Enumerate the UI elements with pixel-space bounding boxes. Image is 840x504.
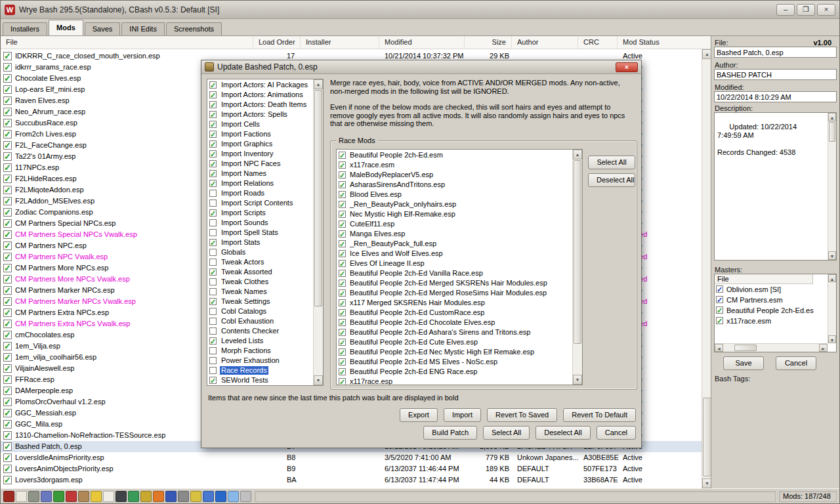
mod-active-checkbox[interactable] [3,465,12,473]
race-mod-checkbox[interactable] [339,348,346,356]
mod-active-checkbox[interactable] [3,264,12,272]
patcher-option-checkbox[interactable] [209,259,217,266]
master-checkbox[interactable] [716,285,723,293]
race-mod-checkbox[interactable] [339,358,346,366]
mod-active-checkbox[interactable] [3,119,12,127]
master-row[interactable]: Oblivion.esm [SI] [715,284,836,295]
patcher-option-row[interactable]: Import NPC Faces [207,159,313,169]
patcher-option-checkbox[interactable] [209,288,217,295]
mod-active-checkbox[interactable] [3,387,12,395]
race-mod-row[interactable]: Beautiful People 2ch-Ed Vanilla Race.esp [337,268,572,278]
race-mod-row[interactable]: Beautiful People 2ch-Ed CustomRace.esp [337,308,572,318]
mod-active-checkbox[interactable] [3,63,12,72]
mod-active-checkbox[interactable] [3,297,12,306]
modified-field[interactable] [714,91,837,102]
column-header-installer[interactable]: Installer [301,36,379,49]
race-mod-checkbox[interactable] [339,309,346,316]
mod-active-checkbox[interactable] [3,353,12,362]
race-mod-row[interactable]: x117race.esp [337,377,572,385]
patcher-option-checkbox[interactable] [209,377,217,384]
minimize-button[interactable]: – [776,4,795,16]
maximize-button[interactable]: ❐ [797,4,815,16]
patcher-option-row[interactable]: Contents Checker [207,326,313,336]
statusbar-app-icon[interactable] [203,491,214,502]
mod-active-checkbox[interactable] [3,308,12,317]
cancel-button[interactable]: Cancel [776,356,816,370]
column-header-crc[interactable]: CRC [578,36,618,49]
tab[interactable]: Saves [85,22,121,35]
statusbar-app-icon[interactable] [16,491,27,502]
patcher-option-row[interactable]: Cobl Catalogs [207,306,313,316]
statusbar-app-icon[interactable] [228,491,239,502]
scroll-down-icon[interactable]: ▼ [828,251,836,260]
mod-active-checkbox[interactable] [3,197,12,205]
patcher-option-row[interactable]: Import Script Contents [207,198,313,208]
mod-active-checkbox[interactable] [3,219,12,228]
patcher-option-checkbox[interactable] [209,121,217,128]
statusbar-app-icon[interactable] [3,491,14,502]
patcher-option-row[interactable]: Tweak Settings [207,297,313,306]
patcher-option-row[interactable]: Import Actors: Animations [207,90,313,100]
mod-active-checkbox[interactable] [3,375,12,384]
master-row[interactable]: x117race.esm [715,316,836,326]
mod-active-checkbox[interactable] [3,453,12,462]
race-mod-checkbox[interactable] [339,280,346,287]
mod-active-checkbox[interactable] [3,108,12,116]
race-mod-row[interactable]: Beautiful People 2ch-Ed Chocolate Elves.… [337,318,572,327]
patcher-option-checkbox[interactable] [209,140,217,148]
race-mod-row[interactable]: Beautiful People 2ch-Ed Merged RoseSims … [337,288,572,298]
race-mod-checkbox[interactable] [339,270,346,277]
race-mod-checkbox[interactable] [339,161,346,169]
patcher-option-row[interactable]: Tweak Names [207,287,313,297]
scroll-left-icon[interactable]: ◄ [715,344,723,352]
race-mod-checkbox[interactable] [339,260,346,267]
race-mod-row[interactable]: Beautiful People 2ch-Ed ENG Race.esp [337,367,572,377]
patcher-option-checkbox[interactable] [209,347,217,354]
race-mod-checkbox[interactable] [339,299,346,306]
patcher-option-checkbox[interactable] [209,81,217,89]
scrollbar-thumb[interactable] [314,90,322,306]
mod-active-checkbox[interactable] [3,342,12,350]
patcher-option-row[interactable]: Import Actors: AI Packages [207,80,313,90]
mod-active-checkbox[interactable] [3,242,12,250]
mod-active-checkbox[interactable] [3,442,12,451]
dialog-button[interactable]: Deselect All [536,426,590,440]
race-mod-row[interactable]: Ice Elves and Wolf Elves.esp [337,249,572,259]
tab[interactable]: Installers [3,22,47,35]
save-button[interactable]: Save [723,356,764,370]
mod-active-checkbox[interactable] [3,275,12,284]
scroll-up-icon[interactable]: ▲ [828,274,836,282]
patcher-option-row[interactable]: Morph Factions [207,346,313,356]
mod-active-checkbox[interactable] [3,364,12,373]
close-button[interactable]: × [817,4,835,16]
table-row[interactable]: Lovers3dorgasm.esp BA 6/13/2037 11:47:44… [1,474,702,486]
mod-active-checkbox[interactable] [3,96,12,105]
statusbar-app-icon[interactable] [153,491,164,502]
patcher-option-checkbox[interactable] [209,190,217,197]
patcher-option-checkbox[interactable] [209,111,217,118]
options-scrollbar[interactable]: ▲ ▼ [313,79,323,385]
tab[interactable]: INI Edits [121,22,165,35]
patcher-option-checkbox[interactable] [209,239,217,246]
mod-active-checkbox[interactable] [3,230,12,239]
table-row[interactable]: LoversAnimObjectsPriority.esp B9 6/13/20… [1,463,702,474]
race-mod-row[interactable]: Beautiful People 2ch-Ed.esm [337,150,572,160]
patcher-option-row[interactable]: Tweak Clothes [207,277,313,287]
mod-active-checkbox[interactable] [3,52,12,60]
mod-active-checkbox[interactable] [3,141,12,150]
race-mod-row[interactable]: AsharasSirensAndTritons.esp [337,180,572,190]
statusbar-app-icon[interactable] [91,491,102,502]
patcher-option-row[interactable]: Import Inventory [207,149,313,159]
race-mod-checkbox[interactable] [339,191,346,198]
statusbar-app-icon[interactable] [178,491,189,502]
mod-active-checkbox[interactable] [3,85,12,94]
tab[interactable]: Mods [49,20,83,35]
race-mod-checkbox[interactable] [339,329,346,336]
mod-active-checkbox[interactable] [3,431,12,440]
race-mod-checkbox[interactable] [339,289,346,297]
scrollbar-thumb[interactable] [574,160,581,344]
statusbar-app-icon[interactable] [116,491,127,502]
patcher-option-checkbox[interactable] [209,200,217,207]
patcher-option-checkbox[interactable] [209,318,217,325]
patcher-option-row[interactable]: SEWorld Tests [207,375,313,385]
